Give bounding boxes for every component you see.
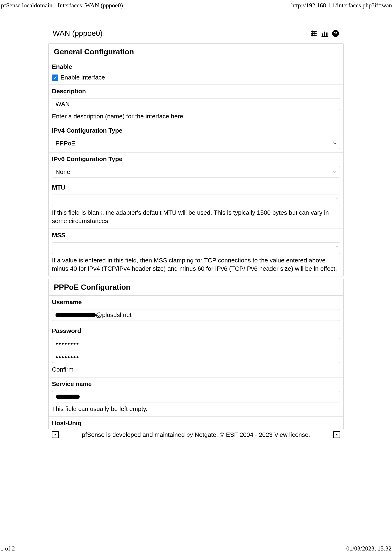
print-page-num: 1 of 2 xyxy=(0,545,15,552)
browser-title: pfSense.localdomain - Interfaces: WAN (p… xyxy=(0,2,123,9)
page-footer-bar: pfSense is developed and maintained by N… xyxy=(48,431,344,438)
svg-text:?: ? xyxy=(334,30,337,37)
hostuniq-group: Host-Uniq xyxy=(49,417,343,429)
general-config-heading: General Configuration xyxy=(49,44,343,60)
enable-label: Enable xyxy=(52,63,340,71)
ipv4type-group: IPv4 Configuration Type PPPoE xyxy=(49,124,343,153)
svg-point-1 xyxy=(312,31,314,32)
redacted-text xyxy=(56,394,80,399)
ipv6type-group: IPv6 Configuration Type None xyxy=(49,153,343,181)
scroll-top-left-button[interactable] xyxy=(52,431,59,438)
svg-rect-6 xyxy=(322,33,323,36)
mtu-help: If this field is blank, the adapter's de… xyxy=(52,209,340,225)
password-confirm-input[interactable]: •••••••• xyxy=(52,352,340,363)
enable-checkbox-label: Enable interface xyxy=(60,74,105,81)
general-config-panel: General Configuration Enable Enable inte… xyxy=(48,44,344,277)
mtu-stepper[interactable]: ⌃ ⌄ xyxy=(336,198,338,203)
username-input[interactable]: @plusdsl.net xyxy=(52,309,340,321)
username-group: Username @plusdsl.net xyxy=(49,296,343,324)
sliders-icon[interactable] xyxy=(310,30,318,37)
ipv4type-label: IPv4 Configuration Type xyxy=(52,127,340,134)
description-group: Description Enter a description (name) f… xyxy=(49,85,343,124)
browser-url: http://192.168.1.1/interfaces.php?if=wan xyxy=(291,2,392,9)
chevron-down-icon[interactable]: ⌄ xyxy=(336,200,338,203)
page-title: WAN (pppoe0) xyxy=(53,29,102,38)
password-group: Password •••••••• •••••••• Confirm xyxy=(49,324,343,377)
ipv6type-label: IPv6 Configuration Type xyxy=(52,155,340,163)
ipv6type-select[interactable]: None xyxy=(52,166,340,177)
browser-print-header: pfSense.localdomain - Interfaces: WAN (p… xyxy=(0,0,392,10)
username-suffix: @plusdsl.net xyxy=(96,311,132,319)
enable-group: Enable Enable interface xyxy=(49,60,343,85)
chart-icon[interactable] xyxy=(321,30,328,37)
footer-text: pfSense is developed and maintained by N… xyxy=(59,431,333,438)
servicename-group: Service name This field can usually be l… xyxy=(49,378,343,417)
mtu-group: MTU ⌃ ⌄ If this field is blank, the adap… xyxy=(49,181,343,229)
ipv4type-select[interactable]: PPPoE xyxy=(52,138,340,149)
print-datetime: 01/03/2023, 15:32 xyxy=(346,545,392,552)
svg-rect-7 xyxy=(324,32,325,36)
mtu-label: MTU xyxy=(52,184,340,191)
description-input[interactable] xyxy=(52,98,340,110)
description-label: Description xyxy=(52,88,340,95)
hostuniq-label: Host-Uniq xyxy=(52,419,340,427)
servicename-help: This field can usually be left empty. xyxy=(52,405,340,413)
password-input[interactable]: •••••••• xyxy=(52,338,340,349)
mtu-input[interactable] xyxy=(52,195,340,206)
description-help: Enter a description (name) for the inter… xyxy=(52,112,340,121)
pppoe-config-panel: PPPoE Configuration Username @plusdsl.ne… xyxy=(48,279,344,429)
svg-point-3 xyxy=(314,33,315,34)
pppoe-config-heading: PPPoE Configuration xyxy=(49,279,343,296)
svg-rect-8 xyxy=(326,32,328,36)
print-footer: 1 of 2 01/03/2023, 15:32 xyxy=(0,545,392,552)
mss-stepper[interactable]: ⌃ ⌄ xyxy=(336,246,338,251)
servicename-label: Service name xyxy=(52,380,340,388)
username-label: Username xyxy=(52,299,340,306)
redacted-text xyxy=(56,313,96,317)
servicename-input[interactable] xyxy=(52,391,340,402)
enable-checkbox[interactable] xyxy=(52,74,58,81)
mss-label: MSS xyxy=(52,232,340,239)
mss-group: MSS ⌃ ⌄ If a value is entered in this fi… xyxy=(49,229,343,276)
svg-point-5 xyxy=(311,35,313,36)
help-icon[interactable]: ? xyxy=(332,30,339,37)
password-confirm-label: Confirm xyxy=(52,365,340,374)
scroll-top-right-button[interactable] xyxy=(333,431,340,438)
mss-help: If a value is entered in this field, the… xyxy=(52,256,340,273)
password-label: Password xyxy=(52,327,340,335)
mss-input[interactable] xyxy=(52,242,340,254)
chevron-down-icon[interactable]: ⌄ xyxy=(336,248,338,251)
